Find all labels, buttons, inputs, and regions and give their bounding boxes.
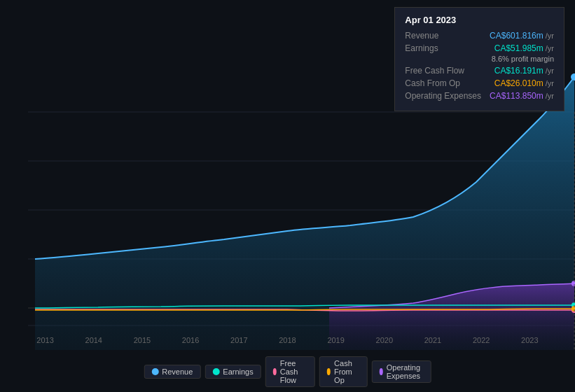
legend-opex[interactable]: Operating Expenses: [371, 360, 431, 383]
tooltip-opex-value: CA$113.850m/yr: [490, 91, 554, 101]
x-label-2016: 2016: [182, 336, 199, 344]
x-label-2022: 2022: [473, 336, 490, 344]
tooltip-cashop-row: Cash From Op CA$26.010m/yr: [405, 78, 554, 88]
x-label-2020: 2020: [376, 336, 393, 344]
tooltip-earnings-label: Earnings: [405, 43, 438, 53]
tooltip-fcf-value: CA$16.191m/yr: [494, 66, 554, 76]
legend-revenue-dot: [151, 368, 158, 375]
x-label-2013: 2013: [36, 336, 53, 344]
tooltip-cashop-label: Cash From Op: [405, 78, 460, 88]
tooltip-cashop-value: CA$26.010m/yr: [494, 78, 554, 88]
legend-fcf[interactable]: Free Cash Flow: [265, 356, 315, 387]
tooltip-earnings-value: CA$51.985m/yr: [494, 43, 554, 53]
tooltip-opex-label: Operating Expenses: [405, 91, 481, 101]
tooltip-opex-row: Operating Expenses CA$113.850m/yr: [405, 91, 554, 101]
x-label-2015: 2015: [134, 336, 151, 344]
legend-fcf-label: Free Cash Flow: [280, 359, 307, 384]
tooltip-fcf-label: Free Cash Flow: [405, 66, 464, 76]
x-axis: 2013 2014 2015 2016 2017 2018 2019 2020 …: [0, 336, 575, 344]
x-label-2017: 2017: [230, 336, 247, 344]
chart-legend: Revenue Earnings Free Cash Flow Cash Fro…: [144, 356, 431, 390]
data-tooltip: Apr 01 2023 Revenue CA$601.816m/yr Earni…: [394, 7, 564, 111]
legend-fcf-dot: [273, 368, 277, 375]
tooltip-revenue-label: Revenue: [405, 31, 438, 41]
tooltip-date: Apr 01 2023: [405, 15, 554, 25]
legend-revenue-label: Revenue: [162, 368, 193, 376]
x-label-2023: 2023: [521, 336, 538, 344]
legend-cashop[interactable]: Cash From Op: [319, 356, 367, 387]
tooltip-revenue-row: Revenue CA$601.816m/yr: [405, 31, 554, 41]
legend-earnings-label: Earnings: [223, 368, 253, 376]
x-label-2014: 2014: [85, 336, 102, 344]
legend-opex-dot: [379, 368, 382, 375]
x-label-2021: 2021: [424, 336, 441, 344]
tooltip-profit-margin: 8.6% profit margin: [405, 55, 554, 63]
legend-opex-label: Operating Expenses: [387, 363, 424, 380]
legend-cashop-dot: [327, 368, 331, 375]
x-label-2018: 2018: [279, 336, 296, 344]
legend-revenue[interactable]: Revenue: [144, 365, 200, 379]
legend-cashop-label: Cash From Op: [334, 359, 359, 384]
legend-earnings-dot: [212, 368, 219, 375]
tooltip-revenue-value: CA$601.816m/yr: [490, 31, 554, 41]
x-label-2019: 2019: [327, 336, 344, 344]
tooltip-fcf-row: Free Cash Flow CA$16.191m/yr: [405, 66, 554, 76]
tooltip-earnings-row: Earnings CA$51.985m/yr: [405, 43, 554, 53]
legend-earnings[interactable]: Earnings: [205, 365, 261, 379]
